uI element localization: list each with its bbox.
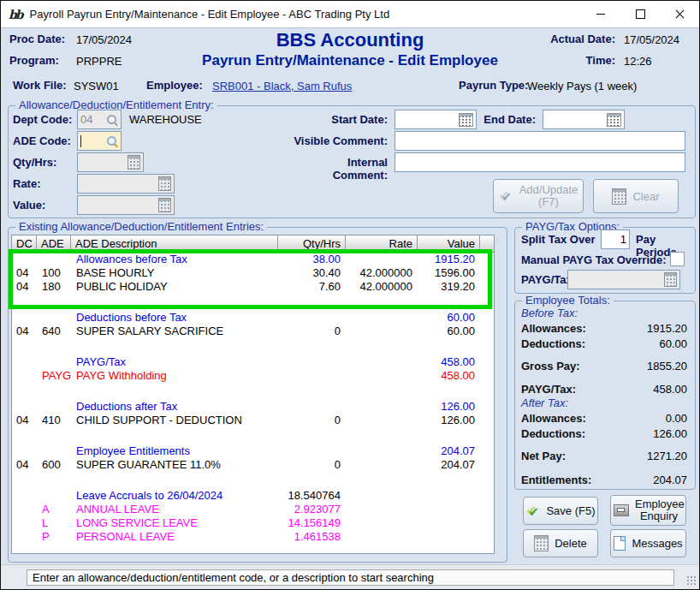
rate-input[interactable] [77, 174, 175, 194]
employee-link[interactable]: SRB001 - Black, Sam Rufus [212, 80, 352, 92]
enquiry-icon [614, 504, 629, 516]
table-row[interactable]: 04 180 PUBLIC HOLIDAY 7.60 42.000000 319… [12, 280, 494, 294]
work-file-label: Work File: [13, 79, 67, 92]
check-icon [499, 189, 513, 203]
table-row[interactable] [12, 427, 494, 444]
close-button[interactable] [660, 1, 699, 27]
table-row[interactable]: P PERSONAL LEAVE 1.461538 [12, 530, 494, 544]
table-row[interactable]: 04 640 SUPER SALARY SACRIFICE 0 60.00 [12, 325, 494, 338]
payg-tax-input[interactable] [567, 270, 680, 289]
value-input[interactable] [77, 195, 175, 215]
cell-ade [37, 383, 71, 400]
cell-value [418, 338, 480, 355]
table-row[interactable]: 04 600 SUPER GUARANTEE 11.0% 0 204.07 [12, 458, 494, 472]
allowances-after-row: Allowances: 0.00 [521, 410, 687, 426]
cell-rate: 42.000000 [346, 280, 418, 294]
table-row[interactable]: 04 410 CHILD SUPPORT - DEDUCTION 0 126.0… [12, 414, 494, 427]
clear-icon [612, 188, 626, 205]
value-calculator-icon[interactable] [158, 198, 171, 212]
cell-description: SUPER SALARY SACRIFICE [71, 325, 278, 338]
table-row[interactable]: Leave Accruals to 26/04/2024 18.540764 [12, 489, 494, 503]
table-row[interactable]: 04 100 BASE HOURLY 30.40 42.000000 1596.… [12, 266, 494, 280]
cell-dc: 04 [12, 414, 37, 427]
table-row[interactable]: Employee Entitlements 204.07 [12, 444, 494, 458]
cell-description: PUBLIC HOLIDAY [71, 280, 278, 294]
cell-description: CHILD SUPPORT - DEDUCTION [71, 414, 278, 427]
end-date-label: End Date: [467, 113, 536, 126]
table-row[interactable]: PAYG/Tax 458.00 [12, 355, 494, 369]
save-button[interactable]: Save (F5) [523, 497, 598, 525]
actual-date-label: Actual Date: [514, 33, 615, 45]
maximize-button[interactable] [620, 1, 660, 27]
cell-qty-hrs [278, 338, 346, 355]
cell-rate [346, 311, 418, 325]
cell-rate [346, 383, 418, 400]
end-date-input[interactable] [543, 110, 625, 129]
cell-dc [12, 472, 37, 489]
cell-qty-hrs [278, 400, 346, 414]
table-row[interactable]: Allowances before Tax 38.00 1915.20 [12, 253, 494, 266]
qty-calculator-icon[interactable] [128, 155, 140, 170]
entries-rows: Allowances before Tax 38.00 1915.20 04 1… [12, 253, 494, 544]
dept-code-input[interactable]: 04 [77, 110, 122, 129]
cell-rate [346, 400, 418, 414]
cell-qty-hrs [278, 294, 346, 311]
window-controls [581, 1, 699, 27]
app-window: bb Payroll Payrun Entry/Maintenance - Ed… [0, 0, 700, 590]
col-filler [480, 235, 494, 252]
entries-section-legend: Existing Allowance/Deduction/Entitlement… [15, 220, 267, 233]
table-row[interactable]: Deductions after Tax 126.00 [12, 400, 494, 414]
employee-enquiry-button[interactable]: Employee Enquiry [610, 495, 686, 526]
clear-button[interactable]: Clear [593, 179, 679, 213]
internal-comment-input[interactable] [394, 152, 685, 172]
ade-code-label: ADE Code: [13, 134, 71, 147]
table-row[interactable] [12, 338, 494, 355]
manual-override-label: Manual PAYG Tax Override: [521, 253, 667, 266]
cell-description: LONG SERVICE LEAVE [71, 516, 278, 530]
visible-comment-input[interactable] [394, 131, 685, 151]
col-rate: Rate [346, 235, 418, 252]
cell-qty-hrs: 0 [278, 325, 346, 338]
end-date-calendar-icon[interactable] [607, 113, 621, 127]
cell-value: 204.07 [418, 458, 480, 472]
net-pay-row: Net Pay: 1271.20 [521, 448, 687, 463]
col-description: ADE Description [71, 235, 278, 252]
allowances-before-row: Allowances: 1915.20 [521, 320, 687, 336]
app-icon: bb [9, 8, 22, 21]
messages-icon [614, 536, 626, 551]
table-row[interactable]: L LONG SERVICE LEAVE 14.156149 [12, 516, 494, 530]
cell-qty-hrs [278, 472, 346, 489]
time-value: 12:26 [624, 55, 652, 68]
entries-table-header: DC ADE ADE Description Qty/Hrs Rate Valu… [12, 235, 494, 253]
table-row[interactable] [12, 294, 494, 311]
payg-calculator-icon[interactable] [664, 272, 677, 287]
cell-ade [37, 253, 71, 266]
table-row[interactable]: A ANNUAL LEAVE 2.923077 [12, 503, 494, 516]
table-row[interactable] [12, 383, 494, 400]
cell-description [71, 294, 278, 311]
ade-search-icon[interactable] [106, 135, 118, 147]
split-tax-input[interactable]: 1 [601, 229, 630, 249]
table-row[interactable] [12, 472, 494, 489]
rate-calculator-icon[interactable] [158, 176, 171, 191]
cell-description: Leave Accruals to 26/04/2024 [71, 489, 278, 503]
cell-ade [37, 489, 71, 503]
table-row[interactable]: Deductions before Tax 60.00 [12, 311, 494, 325]
ade-code-input[interactable] [77, 131, 122, 151]
manual-override-checkbox[interactable] [670, 252, 685, 266]
add-update-button[interactable]: Add/Update(F7) [493, 179, 584, 213]
messages-button[interactable]: Messages [610, 529, 686, 557]
start-date-input[interactable] [394, 110, 477, 129]
minimize-icon [596, 14, 605, 15]
cell-value: 60.00 [418, 311, 480, 325]
cell-description: PERSONAL LEAVE [71, 530, 278, 544]
minimize-button[interactable] [581, 1, 620, 27]
cell-ade [37, 472, 71, 489]
dept-search-icon[interactable] [106, 114, 118, 126]
resize-grip[interactable] [686, 575, 697, 586]
save-check-icon [525, 504, 540, 518]
qty-hrs-input[interactable] [77, 152, 144, 172]
cell-description: Allowances before Tax [71, 253, 278, 266]
table-row[interactable]: PAYG PAYG Withholding 458.00 [12, 369, 494, 383]
delete-button[interactable]: Delete [523, 529, 598, 557]
